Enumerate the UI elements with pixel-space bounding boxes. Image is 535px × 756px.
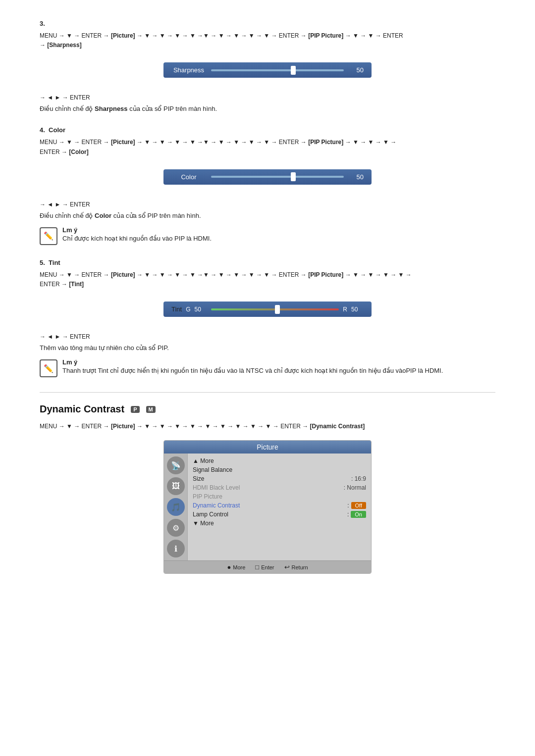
sharpness-slider-label: Sharpness	[171, 66, 206, 74]
tint-slider-wrapper: ▲ Tint G 50 R 50 ▼	[40, 295, 495, 330]
color-slider-label: Color	[171, 173, 206, 181]
section-divider	[40, 392, 495, 393]
size-label: Size	[193, 475, 351, 482]
section-number-3: 3.	[40, 20, 495, 27]
tint-nav: → ◄ ► → ENTER	[40, 333, 495, 340]
color-track-area	[211, 176, 344, 178]
menu-row-pip: PIP Picture	[193, 492, 366, 501]
sharpness-slider-wrapper: ▲ Sharpness 50 ▼	[40, 56, 495, 91]
menu-icon-sound: 🎵	[167, 498, 185, 516]
sharpness-nav: → ◄ ► → ENTER	[40, 94, 495, 101]
sharpness-slider-box: Sharpness 50	[163, 62, 372, 78]
color-thumb	[291, 172, 296, 181]
more-label: More	[233, 564, 245, 570]
return-label: Return	[292, 564, 308, 570]
sharpness-value: 50	[349, 66, 364, 74]
menu-row-more-down: ▼ More	[193, 519, 366, 528]
color-slider-wrapper: ▲ Color 50 ▼	[40, 163, 495, 198]
section-sharpness: 3. MENU → ▼ → ENTER → [Picture] → ▼ → ▼ …	[40, 20, 495, 112]
tint-description: Thêm vào tông màu tự nhiên cho cửa sổ PI…	[40, 344, 495, 352]
badge-p: P	[131, 406, 139, 413]
color-note-content: Chỉ được kích hoạt khi nguồn đầu vào PIP…	[62, 235, 212, 242]
dynamic-contrast-value-off: Off	[351, 502, 366, 509]
menu-icon-info: ℹ	[167, 540, 185, 557]
picture-menu-icons: 📡 🖼 🎵 ⚙ ℹ	[164, 454, 188, 560]
more-icon: ●	[227, 563, 231, 571]
picture-menu-content: ▲ More Signal Balance Size : 16:9 HDMI B…	[188, 454, 371, 560]
color-note-box: ✏️ Lm ý Chỉ được kích hoạt khi nguồn đầu…	[40, 226, 495, 245]
sharpness-track-area	[211, 69, 344, 71]
section-title-color: Color	[49, 126, 65, 134]
size-value: : 16:9	[351, 475, 366, 482]
sharpness-thumb	[291, 66, 296, 75]
menu-row-more-up: ▲ More	[193, 456, 366, 465]
menu-row-more-up-label: ▲ More	[193, 457, 366, 464]
slider-arrow-up: ▲	[265, 56, 270, 61]
menu-path-color: MENU → ▼ → ENTER → [Picture] → ▼ → ▼ → ▼…	[40, 138, 495, 156]
note-icon-tint: ✏️	[40, 359, 57, 377]
tint-arrow-down: ▼	[265, 325, 270, 330]
tint-note-text-area: Lm ý Thanh trượt Tint chỉ được hiển thị …	[62, 358, 443, 374]
menu-path-sharpness: MENU → ▼ → ENTER → [Picture] → ▼ → ▼ → ▼…	[40, 31, 495, 50]
dynamic-contrast-title-bar: Dynamic Contrast P M	[40, 403, 495, 415]
section-dynamic-contrast: Dynamic Contrast P M MENU → ▼ → ENTER → …	[40, 403, 495, 574]
footer-return-btn: ↩ Return	[284, 563, 308, 571]
menu-row-size: Size : 16:9	[193, 474, 366, 483]
pip-label: PIP Picture	[193, 493, 366, 500]
section-tint: 5. Tint MENU → ▼ → ENTER → [Picture] → ▼…	[40, 259, 495, 377]
section-number-5: 5. Tint	[40, 259, 495, 266]
color-note-text-area: Lm ý Chỉ được kích hoạt khi nguồn đầu và…	[62, 226, 212, 242]
menu-path-tint: MENU → ▼ → ENTER → [Picture] → ▼ → ▼ → ▼…	[40, 270, 495, 289]
picture-menu-container: Picture 📡 🖼 🎵 ⚙ ℹ ▲ More Signal Balance …	[163, 440, 372, 574]
color-slider-box: Color 50	[163, 169, 372, 185]
footer-enter-btn: □ Enter	[255, 563, 274, 571]
menu-row-lamp-control: Lamp Control : On	[193, 510, 366, 519]
tint-track	[211, 308, 339, 310]
picture-menu-footer: ● More □ Enter ↩ Return	[164, 560, 371, 573]
note-icon-color: ✏️	[40, 227, 57, 245]
tint-r-value: 50	[351, 306, 364, 313]
picture-menu-header: Picture	[164, 441, 371, 454]
menu-icon-picture: 🖼	[167, 477, 185, 495]
badge-m: M	[146, 406, 156, 413]
tint-main-label: Tint	[171, 305, 182, 313]
color-description: Điều chỉnh chế độ Color của cửa sổ PIP t…	[40, 212, 495, 219]
menu-row-dynamic-contrast: Dynamic Contrast : Off	[193, 501, 366, 510]
lamp-control-label: Lamp Control	[193, 511, 345, 518]
sharpness-description: Điều chỉnh chế độ Sharpness của cửa sổ P…	[40, 105, 495, 112]
color-nav: → ◄ ► → ENTER	[40, 201, 495, 208]
enter-label: Enter	[261, 564, 274, 570]
hdmi-black-label: HDMI Black Level	[193, 484, 344, 491]
return-icon: ↩	[284, 563, 290, 571]
tint-note-box: ✏️ Lm ý Thanh trượt Tint chỉ được hiển t…	[40, 358, 495, 377]
section-number-4: 4. Color	[40, 126, 495, 134]
tint-g-value: 50	[195, 306, 207, 313]
dynamic-contrast-menu-label: Dynamic Contrast	[193, 502, 345, 509]
menu-row-signal-balance: Signal Balance	[193, 465, 366, 474]
section-color: 4. Color MENU → ▼ → ENTER → [Picture] → …	[40, 126, 495, 245]
tint-note-content: Thanh trượt Tint chỉ được hiển thị khi n…	[62, 367, 443, 374]
color-note-label: Lm ý	[62, 226, 212, 234]
menu-row-more-down-label: ▼ More	[193, 520, 366, 527]
picture-menu-body: 📡 🖼 🎵 ⚙ ℹ ▲ More Signal Balance Size : 1…	[164, 454, 371, 560]
color-value: 50	[349, 173, 364, 181]
sharpness-track	[211, 69, 344, 71]
footer-more-btn: ● More	[227, 563, 245, 571]
signal-balance-label: Signal Balance	[193, 466, 366, 473]
menu-icon-settings: ⚙	[167, 519, 185, 537]
lamp-control-value-on: On	[351, 511, 366, 518]
tint-track-area	[211, 308, 339, 310]
dynamic-contrast-menu-path: MENU → ▼ → ENTER → [Picture] → ▼ → ▼ → ▼…	[40, 422, 495, 431]
tint-r-label: R	[343, 306, 347, 313]
hdmi-black-value: : Normal	[344, 484, 366, 491]
menu-icon-signal: 📡	[167, 456, 185, 474]
slider-arrow-down: ▼	[265, 86, 270, 91]
tint-slider-box: Tint G 50 R 50	[163, 302, 372, 317]
enter-icon: □	[255, 563, 259, 571]
tint-g-label: G	[186, 306, 190, 313]
color-track	[211, 176, 344, 178]
color-slider-arrow-up: ▲	[265, 163, 270, 168]
tint-arrow-up: ▲	[265, 295, 270, 301]
section-title-tint: Tint	[49, 259, 60, 266]
dynamic-contrast-title: Dynamic Contrast	[40, 403, 124, 415]
